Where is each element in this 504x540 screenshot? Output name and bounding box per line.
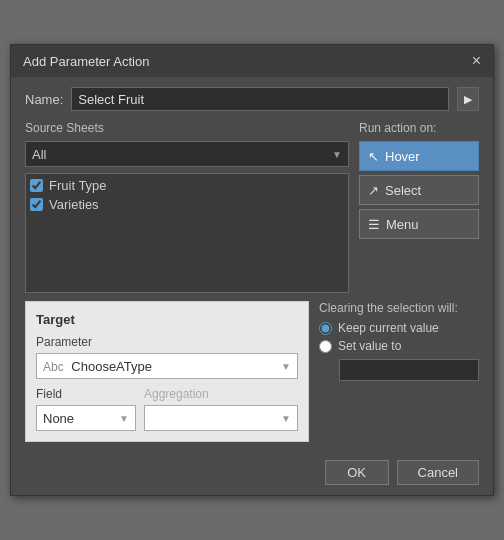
chevron-down-icon: ▼	[281, 413, 291, 424]
field-dropdown[interactable]: None ▼	[36, 405, 136, 431]
target-panel: Target Parameter Abc ChooseAType ▼ Field…	[25, 301, 309, 442]
bottom-section: Target Parameter Abc ChooseAType ▼ Field…	[25, 301, 479, 442]
footer: OK Cancel	[11, 452, 493, 495]
parameter-label: Parameter	[36, 335, 298, 349]
aggregation-label: Aggregation	[144, 387, 298, 401]
menu-label: Menu	[386, 217, 419, 232]
parameter-dropdown[interactable]: Abc ChooseAType ▼	[36, 353, 298, 379]
cancel-button[interactable]: Cancel	[397, 460, 479, 485]
fruit-type-checkbox[interactable]	[30, 179, 43, 192]
name-label: Name:	[25, 92, 63, 107]
chevron-down-icon: ▼	[281, 361, 291, 372]
run-action-label: Run action on:	[359, 121, 479, 135]
aggregation-section: Aggregation ▼	[144, 387, 298, 431]
chevron-down-icon: ▼	[332, 149, 342, 160]
field-section: Field None ▼	[36, 387, 136, 431]
field-value: None	[43, 411, 74, 426]
clearing-label: Clearing the selection will:	[319, 301, 479, 315]
keep-current-radio[interactable]	[319, 322, 332, 335]
source-dropdown-value: All	[32, 147, 46, 162]
set-value-label: Set value to	[338, 339, 401, 353]
main-content: Source Sheets All ▼ Fruit Type Varieties	[25, 121, 479, 293]
clearing-options-panel: Clearing the selection will: Keep curren…	[319, 301, 479, 442]
source-sheets-panel: Source Sheets All ▼ Fruit Type Varieties	[25, 121, 349, 293]
select-button[interactable]: ↗ Select	[359, 175, 479, 205]
sheets-list: Fruit Type Varieties	[25, 173, 349, 293]
ok-button[interactable]: OK	[325, 460, 389, 485]
menu-cursor-icon: ☰	[368, 217, 380, 232]
name-input[interactable]	[71, 87, 449, 111]
select-cursor-icon: ↗	[368, 183, 379, 198]
dialog-body: Name: ▶ Source Sheets All ▼ Fruit Type	[11, 77, 493, 452]
hover-label: Hover	[385, 149, 420, 164]
param-type-label: Abc	[43, 360, 64, 374]
chevron-down-icon: ▼	[119, 413, 129, 424]
keep-current-label: Keep current value	[338, 321, 439, 335]
set-value-input[interactable]	[339, 359, 479, 381]
close-button[interactable]: ×	[472, 53, 481, 69]
add-parameter-action-dialog: Add Parameter Action × Name: ▶ Source Sh…	[10, 44, 494, 496]
arrow-icon: ▶	[464, 93, 472, 106]
param-value: ChooseAType	[71, 359, 152, 374]
hover-button[interactable]: ↖ Hover	[359, 141, 479, 171]
fruit-type-label: Fruit Type	[49, 178, 107, 193]
target-title: Target	[36, 312, 298, 327]
parameter-type-prefix: Abc ChooseAType	[43, 359, 152, 374]
name-row: Name: ▶	[25, 87, 479, 111]
varieties-label: Varieties	[49, 197, 99, 212]
source-sheets-label: Source Sheets	[25, 121, 349, 135]
varieties-checkbox[interactable]	[30, 198, 43, 211]
field-label: Field	[36, 387, 136, 401]
set-value-option[interactable]: Set value to	[319, 339, 479, 353]
dialog-title: Add Parameter Action	[23, 54, 149, 69]
set-value-radio[interactable]	[319, 340, 332, 353]
hover-cursor-icon: ↖	[368, 149, 379, 164]
keep-current-option[interactable]: Keep current value	[319, 321, 479, 335]
aggregation-dropdown[interactable]: ▼	[144, 405, 298, 431]
run-action-panel: Run action on: ↖ Hover ↗ Select ☰ Menu	[359, 121, 479, 293]
title-bar: Add Parameter Action ×	[11, 45, 493, 77]
list-item: Varieties	[30, 197, 344, 212]
source-sheets-dropdown[interactable]: All ▼	[25, 141, 349, 167]
list-item: Fruit Type	[30, 178, 344, 193]
field-aggregation-row: Field None ▼ Aggregation ▼	[36, 387, 298, 431]
name-arrow-button[interactable]: ▶	[457, 87, 479, 111]
select-label: Select	[385, 183, 421, 198]
menu-button[interactable]: ☰ Menu	[359, 209, 479, 239]
